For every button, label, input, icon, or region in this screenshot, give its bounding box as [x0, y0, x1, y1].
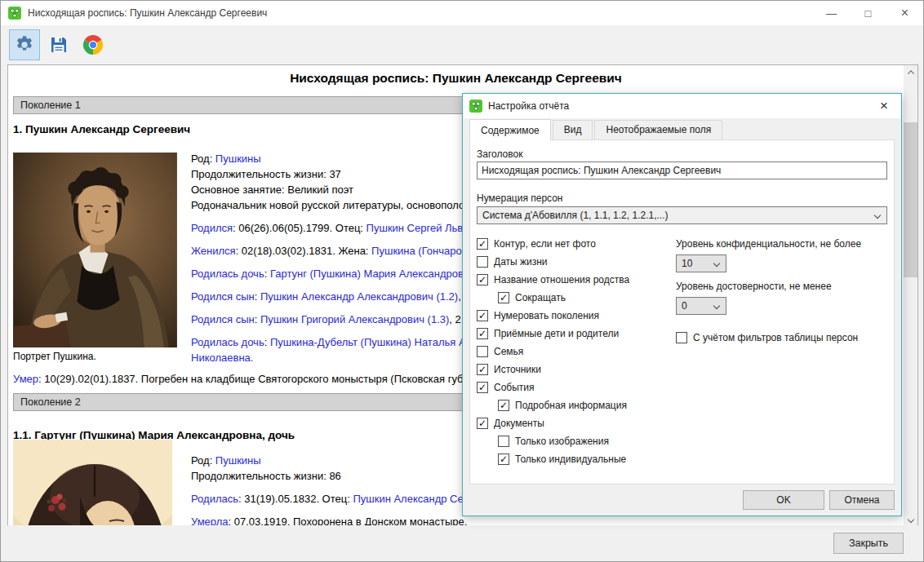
cancel-button[interactable]: Отмена [829, 490, 895, 510]
fact-text: : 31(19).05.1832. Отец: [238, 493, 353, 505]
certainty-value: 0 [682, 300, 687, 312]
checkbox-row[interactable]: Даты жизни [477, 254, 548, 269]
person-link[interactable]: Пушкин Александр Александрович (1.2) [260, 290, 458, 303]
maria-hartung-portrait-image [13, 440, 172, 527]
checkbox-row[interactable]: ✓Только индивидуальные [498, 452, 626, 467]
checkbox[interactable]: ✓ [477, 328, 488, 339]
close-window-button[interactable]: Закрыть [833, 533, 904, 554]
checkbox-label: Документы [494, 418, 544, 429]
close-icon[interactable]: × [886, 1, 923, 25]
checkbox[interactable] [676, 332, 687, 343]
gear-icon [14, 34, 35, 55]
checkbox[interactable] [498, 436, 509, 447]
person-link[interactable]: Пушкин Сергей Льво [366, 222, 469, 234]
minimize-icon[interactable]: — [813, 1, 850, 25]
checkbox-label: Даты жизни [494, 256, 548, 268]
dialog-titlebar[interactable]: Настройка отчёта × [463, 94, 901, 118]
checkbox[interactable]: ✓ [477, 364, 488, 375]
report-title-input[interactable] [477, 162, 887, 179]
chrome-browser-icon [83, 35, 103, 55]
person-link[interactable]: Пушкин Александр Сер [353, 493, 469, 505]
fact-text: : 02(18).03(02).1831. Жена: [236, 245, 371, 257]
confidentiality-select[interactable]: 10 [676, 254, 726, 272]
person-link[interactable]: Пушкина-Дубельт (Пушкина) Наталья А [270, 336, 466, 348]
tab-hidden-fields[interactable]: Неотображаемые поля [594, 120, 722, 139]
maximize-icon[interactable]: □ [850, 1, 886, 25]
chevron-down-icon [713, 260, 720, 267]
checkbox[interactable]: ✓ [477, 274, 488, 285]
checkbox[interactable] [477, 346, 488, 357]
person-link[interactable]: Пушкина (Гончаров [371, 245, 468, 257]
checkbox-label: Только изображения [515, 436, 609, 447]
certainty-select[interactable]: 0 [676, 297, 726, 315]
checkbox-row[interactable]: ✓Приёмные дети и родители [477, 326, 619, 341]
person-link[interactable]: Николаевна. [191, 352, 253, 364]
checkbox-row[interactable]: ✓Контур, если нет фото [477, 237, 596, 251]
person-link[interactable]: Родилась дочь [191, 336, 264, 348]
checkbox[interactable]: ✓ [477, 310, 488, 321]
checkbox-row[interactable]: Семья [477, 344, 523, 359]
save-report-button[interactable] [43, 29, 74, 60]
checkbox-row[interactable]: С учётом фильтров таблицы персон [676, 330, 858, 345]
tab-content[interactable]: Содержимое [469, 119, 551, 140]
checkbox-row[interactable]: ✓Документы [477, 416, 544, 431]
checkbox-label: События [494, 382, 535, 393]
fact-text: : 06(26).06(05).1799. Отец: [233, 222, 366, 234]
fact-text: Продолжительность жизни: 37 [191, 168, 341, 180]
vertical-scrollbar[interactable] [904, 65, 917, 526]
chevron-down-icon [907, 516, 913, 522]
checkbox[interactable]: ✓ [477, 382, 488, 393]
certainty-label: Уровень достоверности, не менее [676, 281, 832, 292]
window-titlebar[interactable]: Нисходящая роспись: Пушкин Александр Сер… [1, 1, 923, 25]
tab-view[interactable]: Вид [553, 120, 593, 139]
checkbox[interactable]: ✓ [477, 238, 488, 250]
ok-button[interactable]: OK [743, 490, 824, 510]
checkbox[interactable]: ✓ [498, 292, 509, 303]
person-1-title: 1. Пушкин Александр Сергеевич [13, 123, 190, 135]
person-link[interactable]: Гартунг (Пушкина) Мария Александров [270, 268, 464, 280]
pushkin-portrait-image [13, 153, 177, 347]
dialog-close-icon[interactable]: × [867, 94, 901, 118]
person-link[interactable]: Родилась [191, 493, 238, 505]
dialog-tabs: Содержимое Вид Неотображаемые поля [469, 119, 895, 139]
checkbox-row[interactable]: ✓Название отношения родства [477, 272, 629, 287]
checkbox-row[interactable]: ✓Подробная информация [498, 398, 627, 413]
person-link[interactable]: Пушкин Григорий Александрович (1.3) [260, 313, 449, 325]
person-link[interactable]: Женился [191, 245, 236, 257]
report-settings-button[interactable] [9, 29, 40, 60]
fact-text: , 2 [449, 313, 460, 325]
scroll-up-button[interactable] [904, 65, 917, 79]
tab-page-content: Заголовок Нумерация персон Система д'Або… [469, 139, 895, 485]
checkbox-row[interactable]: ✓Сокращать [498, 290, 566, 305]
person-link[interactable]: Родился [191, 222, 233, 234]
checkbox-row[interactable]: Только изображения [498, 434, 609, 449]
bottom-bar: Закрыть [1, 525, 923, 561]
person-link[interactable]: Пушкины [215, 454, 261, 467]
person-link[interactable]: Пушкины [215, 153, 261, 165]
save-floppy-icon [49, 35, 69, 55]
checkbox[interactable]: ✓ [498, 400, 509, 411]
numbering-selected-value: Система д'Абовилля (1, 1.1, 1.2, 1.2.1,.… [482, 210, 668, 221]
numbering-select[interactable]: Система д'Абовилля (1, 1.1, 1.2, 1.2.1,.… [477, 206, 887, 224]
checkbox-row[interactable]: ✓Нумеровать поколения [477, 308, 599, 323]
scrollbar-thumb[interactable] [904, 122, 917, 277]
checkbox[interactable] [477, 256, 488, 268]
checkbox-label: Источники [494, 364, 541, 375]
fact-text: : [255, 290, 260, 303]
person-link[interactable]: Родился сын [191, 313, 255, 325]
open-in-browser-button[interactable] [78, 29, 109, 60]
checkbox-row[interactable]: ✓Источники [477, 362, 541, 377]
fact-text: : [255, 313, 260, 325]
app-logo-icon [469, 100, 482, 113]
person-link[interactable]: Умер [13, 373, 38, 385]
checkbox[interactable]: ✓ [498, 454, 509, 465]
checkbox-label: Только индивидуальные [515, 454, 626, 465]
scroll-down-button[interactable] [904, 512, 917, 526]
person-link[interactable]: Родилась дочь [191, 268, 264, 280]
report-settings-dialog: Настройка отчёта × Содержимое Вид Неотоб… [462, 93, 902, 516]
person-link[interactable]: Родился сын [191, 290, 255, 303]
checkbox-row[interactable]: ✓События [477, 380, 535, 395]
fact-text: : [264, 268, 270, 280]
checkbox-label: Подробная информация [515, 400, 627, 411]
checkbox[interactable]: ✓ [477, 418, 488, 429]
